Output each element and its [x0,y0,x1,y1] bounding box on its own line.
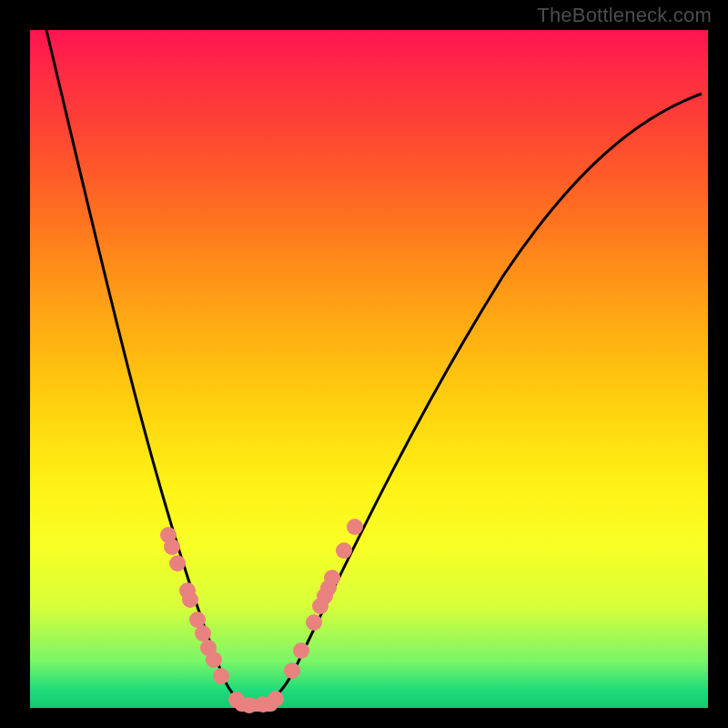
marker-left-4 [182,592,198,608]
marker-valley-3 [268,691,284,707]
marker-right-7 [336,542,352,559]
marker-left-6 [195,625,211,642]
marker-left-1 [164,539,180,555]
marker-right-0 [284,662,300,679]
marker-right-2 [306,614,322,631]
plot-area [30,30,708,708]
marker-right-8 [347,519,363,535]
curve-layer [30,30,708,708]
marker-right-1 [293,642,309,659]
marker-left-8 [206,652,222,668]
marker-right-6 [324,570,340,586]
watermark-label: TheBottleneck.com [537,4,712,27]
marker-left-9 [213,668,229,684]
marker-left-2 [169,555,186,571]
bottleneck-curve [46,30,702,705]
chart-stage: TheBottleneck.com [0,0,728,728]
